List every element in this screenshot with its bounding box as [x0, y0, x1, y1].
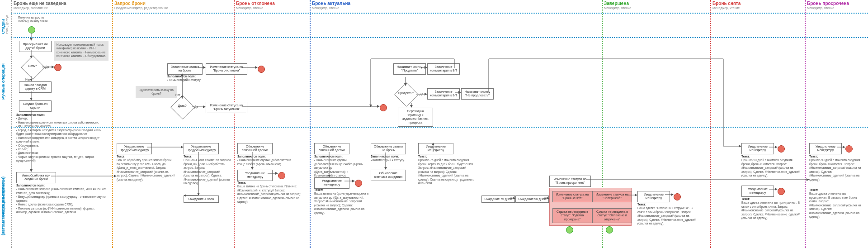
start-label: Получил запрос по любому каналу связи: [18, 16, 54, 24]
end-z: [674, 193, 681, 200]
lbl-yes1: Да: [45, 65, 49, 68]
box-notify-m-s1: Уведомление менеджеру: [741, 143, 774, 154]
txt-t3: Заполняются поля: • Наименование сделки:…: [237, 155, 298, 166]
lane-auto2: (автоматически в Битрикс24): [1, 176, 5, 235]
end-act2: [355, 180, 362, 187]
box-notify-pm1: Уведомление Продукт-менеджеру: [117, 143, 152, 154]
divider: [11, 127, 868, 128]
divider: [234, 0, 235, 248]
divider: [710, 0, 711, 248]
stage-2-sub: Продукт-менеджер, редактирование: [114, 6, 168, 10]
end-s2: [778, 188, 785, 195]
box-upd-wait: Обновление счетчика ожидания: [371, 170, 406, 181]
end-p: [845, 145, 853, 153]
end-s1: [778, 145, 785, 153]
box-st-over: Изменение статуса на "Бронь просрочена": [549, 176, 591, 187]
lane-stages-sub: Роль, доступ: [5, 15, 9, 34]
box-notify-m-d: Уведомление менеджеру: [237, 170, 273, 181]
box-st-done: Изменение статуса на "Завершена": [592, 191, 632, 202]
f1-title: Заполняются поля:: [16, 113, 45, 116]
box-notify-m-s2: Уведомление менеджеру: [741, 186, 774, 197]
box-deal-over: Сделка переведена в статус: "Сделка прои…: [552, 208, 592, 223]
divider: [11, 37, 868, 38]
end-decl: [258, 66, 265, 73]
note-approve: Удовлетворить заявку на бронь?: [136, 86, 177, 98]
box-st-decl: Изменение статуса на "Бронь отклонена": [206, 63, 247, 75]
stage-3-sub: Менеджер, чтение: [236, 6, 263, 10]
stage-6-sub: Менеджер, чтение: [712, 6, 740, 10]
fields2: Заполняются поля: • Наименование запроса…: [16, 184, 109, 215]
rz-g1: [566, 226, 573, 234]
box-fill-cmt2: Заполнение комментария к БП: [427, 88, 460, 100]
lane-manual: Ручные операции: [1, 63, 5, 100]
rz-g2: [606, 226, 613, 234]
box-create: Создал бронь из сделки: [19, 100, 52, 112]
lbl-no1: Нет: [25, 78, 30, 81]
lbl-no2: Нет: [175, 93, 180, 96]
txt-t6: Текст: Ваша заявка на бронь удовлетворен…: [314, 188, 373, 215]
box-deal-ship: Сделка переведена в статус: "Оплачено и …: [592, 208, 632, 223]
box-found: Нашел / создал сделку в CRM: [19, 81, 52, 93]
txt-t5b: Заполняются поля: • Комментарий к статус…: [371, 155, 411, 162]
txt-t9p: Текст: Прошло 90 дней с момента создания…: [809, 155, 863, 181]
divider: [11, 0, 12, 248]
end-exists: [54, 64, 61, 71]
box-fill: Заполнение заявки на бронь: [167, 63, 203, 75]
stage-3-title: Бронь отклонена: [236, 1, 275, 6]
box-wait4h: Ожидание 4 часа: [184, 196, 219, 203]
txt-t1: Текст: Вам на обработку пришел запрос бр…: [117, 155, 175, 181]
box-check: Проверил нет ли другой брони: [19, 41, 52, 52]
stage-4-title: Бронь актуальна: [312, 1, 350, 6]
txt-t2: Текст: Прошло 4 часа с момента запроса б…: [184, 155, 231, 186]
divider: [310, 0, 311, 248]
lbl-yes3: Да: [420, 92, 423, 95]
fields1: Заполняются поля: • Дилер; • Наименовани…: [16, 113, 109, 163]
box-wait90: Ожидание 90 дней: [515, 196, 549, 203]
end-decl2: [278, 172, 285, 179]
lbl-yes2: Да: [194, 105, 198, 108]
stage-4-sub: Менеджер, чтение: [312, 6, 339, 10]
box-notify-pm2: Уведомление Продукт-менеджеру: [184, 143, 219, 154]
box-notify-m-z: Уведомление менеджеру: [637, 191, 670, 202]
end-act: [380, 104, 387, 111]
box-autoproc: Автообработка при создании брони: [16, 172, 56, 183]
box-press-no: Нажимает кнопку "Не продлевать": [461, 88, 494, 100]
diamond-extend: [394, 82, 419, 107]
divider: [112, 0, 113, 248]
box-notify-m75: Уведомление менеджеру: [418, 143, 453, 154]
stage-1-title: Бронь еще не заведена: [14, 1, 66, 6]
stage-2-title: Запрос брони: [114, 1, 146, 6]
diamond-give: [170, 95, 195, 119]
box-wait75: Ожидание 75 дней: [481, 196, 515, 203]
stage-5-sub: Менеджер, чтение: [604, 6, 631, 10]
diamond-exists: [21, 55, 45, 80]
box-st-act: Изменение статуса на "Бронь актуальна": [206, 102, 247, 113]
stage-1-sub: Менеджер, заполнение: [14, 6, 48, 10]
box-st-snyata: Изменение статуса на "Бронь снята": [552, 191, 592, 202]
box-fill-cmt1: Заполнение комментария к БП: [427, 63, 460, 75]
box-notify-m-a: Уведомление менеджеру: [314, 177, 349, 189]
divider: [805, 0, 806, 248]
stage-7-sub: Менеджер, чтение: [807, 6, 834, 10]
txt-t10p: Текст: Ваша сделка отмечена как проигран…: [809, 188, 863, 219]
stage-5-title: Завершена: [604, 1, 629, 6]
txt-t7: Текст: Прошло 75 дней с момента создания…: [418, 155, 477, 186]
box-upd-req: Обновление заявки на бронь: [371, 143, 406, 154]
fill-fields: Заполняются поля: • Комментарий к статус…: [167, 75, 217, 82]
box-notify-m-p: Уведомление менеджеру: [809, 143, 842, 154]
txt-t10: Текст: Ваша сделка отмечена как проигран…: [741, 197, 800, 220]
stage-6-title: Бронь снята: [712, 1, 741, 6]
txt-t8: Текст: Ваша сделка "Оплачена и отгружена…: [637, 203, 701, 226]
start-circle: [28, 26, 35, 33]
stage-7-title: Бронь просрочена: [807, 1, 849, 6]
box-press-ext: Нажимает кнопку "Продлить": [393, 63, 426, 75]
txt-t4: Текст: Ваша заявка на бронь отклонена. П…: [237, 181, 305, 204]
box-upd-deal-a: Обновление связанной сделки: [314, 143, 349, 154]
box-goto-bp: Переход на страницу с заданием бизнес-пр…: [398, 108, 433, 127]
lane-stages: Стадии: [1, 19, 5, 34]
txt-t5: Заполняются поля: • Наименование сделки:…: [314, 155, 364, 178]
divider: [11, 13, 868, 14]
box-upd-deal-d: Обновление связанной сделки: [237, 143, 273, 154]
note-search: Использует полнотекстовый поиск или филь…: [54, 41, 108, 61]
txt-t9: Текст: Прошло 90 дней с момента создания…: [741, 155, 800, 178]
